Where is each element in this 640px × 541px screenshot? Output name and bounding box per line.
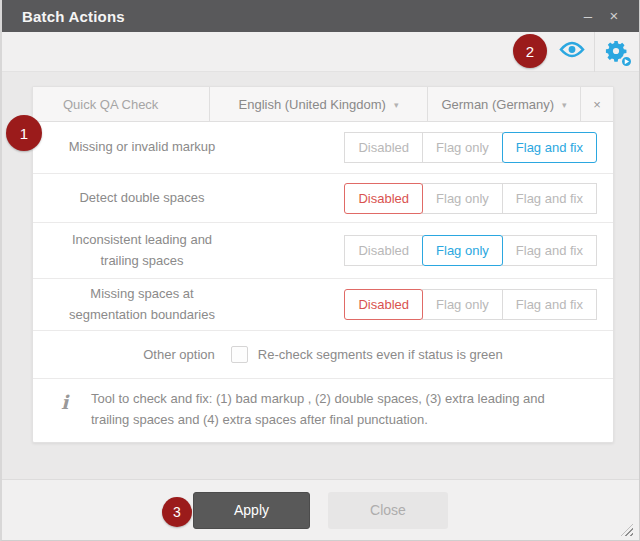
option-row-leading-trailing: Inconsistent leading and trailing spaces…: [33, 223, 613, 279]
annotation-badge-2: 2: [513, 34, 547, 68]
title-bar: Batch Actions – ×: [2, 0, 639, 32]
option-label: Missing or invalid markup: [51, 137, 233, 157]
choice-flag-only-button[interactable]: Flag only: [422, 183, 503, 214]
panel-close-icon[interactable]: ×: [581, 87, 613, 121]
panel-header: Quick QA Check English (United Kingdom) …: [33, 87, 613, 122]
option-label: Missing spaces at segmentation boundarie…: [51, 284, 233, 324]
option-row-markup: Missing or invalid markup Disabled Flag …: [33, 122, 613, 174]
choice-flag-only-button[interactable]: Flag only: [422, 132, 503, 163]
choice-disabled-button[interactable]: Disabled: [344, 289, 423, 320]
apply-button[interactable]: Apply: [193, 492, 310, 529]
source-language-dropdown[interactable]: English (United Kingdom) ▾: [210, 87, 428, 121]
qa-check-panel: Quick QA Check English (United Kingdom) …: [32, 86, 614, 443]
chevron-down-icon: ▾: [394, 99, 399, 110]
run-batch-button[interactable]: [595, 32, 639, 72]
choice-disabled-button[interactable]: Disabled: [344, 235, 423, 266]
choice-group: Disabled Flag only Flag and fix: [344, 289, 597, 320]
info-row: i Tool to check and fix: (1) bad markup …: [33, 379, 613, 442]
choice-group: Disabled Flag only Flag and fix: [344, 183, 597, 214]
gear-play-icon: [605, 40, 629, 64]
tab-label: Quick QA Check: [63, 97, 158, 112]
batch-actions-dialog: Batch Actions – ×: [0, 0, 640, 541]
recheck-checkbox[interactable]: [231, 346, 248, 363]
preview-button[interactable]: [550, 32, 594, 72]
chevron-down-icon: ▾: [562, 99, 567, 110]
close-button[interactable]: Close: [328, 492, 448, 529]
minimize-icon[interactable]: –: [575, 0, 601, 32]
choice-flag-only-button[interactable]: Flag only: [422, 289, 503, 320]
info-icon: i: [61, 391, 77, 413]
option-row-double-spaces: Detect double spaces Disabled Flag only …: [33, 174, 613, 223]
target-language-dropdown[interactable]: German (Germany) ▾: [428, 87, 581, 121]
play-icon: [620, 55, 633, 68]
choice-group: Disabled Flag only Flag and fix: [344, 132, 597, 163]
recheck-checkbox-label: Re-check segments even if status is gree…: [258, 347, 503, 362]
annotation-badge-1: 1: [6, 115, 42, 151]
footer-bar: Apply Close: [2, 479, 639, 540]
choice-flag-and-fix-button[interactable]: Flag and fix: [502, 289, 597, 320]
dialog-body: Quick QA Check English (United Kingdom) …: [2, 72, 639, 480]
option-label: Detect double spaces: [51, 188, 233, 208]
source-language-value: English (United Kingdom): [239, 97, 386, 112]
choice-flag-and-fix-button[interactable]: Flag and fix: [502, 183, 597, 214]
choice-disabled-button[interactable]: Disabled: [344, 132, 423, 163]
choice-flag-and-fix-button[interactable]: Flag and fix: [502, 132, 597, 163]
option-row-segmentation-spaces: Missing spaces at segmentation boundarie…: [33, 279, 613, 331]
close-icon[interactable]: ×: [601, 0, 627, 32]
window-title: Batch Actions: [22, 8, 575, 25]
other-option-row: Other option Re-check segments even if s…: [33, 331, 613, 379]
other-option-label: Other option: [143, 347, 215, 362]
annotation-badge-3: 3: [162, 497, 192, 527]
info-text: Tool to check and fix: (1) bad markup , …: [91, 388, 551, 431]
choice-disabled-button[interactable]: Disabled: [344, 183, 423, 214]
choice-group: Disabled Flag only Flag and fix: [344, 235, 597, 266]
choice-flag-and-fix-button[interactable]: Flag and fix: [502, 235, 597, 266]
choice-flag-only-button[interactable]: Flag only: [422, 235, 503, 266]
option-label: Inconsistent leading and trailing spaces: [51, 230, 233, 270]
eye-icon: [559, 40, 585, 63]
tab-quick-qa-check[interactable]: Quick QA Check: [33, 87, 210, 121]
target-language-value: German (Germany): [441, 97, 554, 112]
